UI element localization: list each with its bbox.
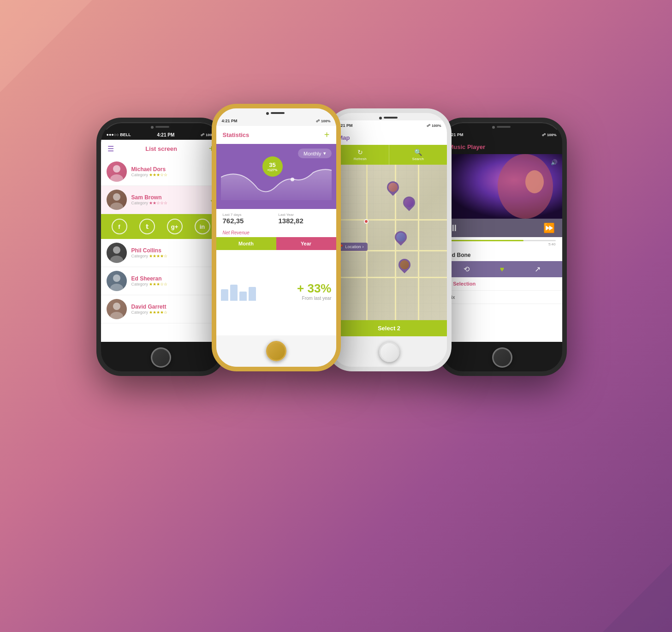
home-button-1[interactable] xyxy=(151,347,171,368)
phone2-home-area xyxy=(216,335,336,367)
tab-year[interactable]: Year xyxy=(276,237,336,250)
speaker-bar3 xyxy=(384,117,398,119)
forward-button[interactable]: ⏩ xyxy=(543,222,555,233)
stats-add-button[interactable]: + xyxy=(324,130,330,140)
road-h1 xyxy=(332,219,447,221)
map-pin-3[interactable] xyxy=(395,230,407,244)
monthly-filter[interactable]: Monthly ▾ xyxy=(298,149,332,158)
search-label: Search xyxy=(412,157,424,161)
map-pin-red[interactable] xyxy=(360,215,372,228)
avatar-sambrown xyxy=(107,190,127,210)
speaker-bar4 xyxy=(497,126,511,128)
speaker-bar xyxy=(155,126,169,128)
phone4-home-area xyxy=(442,342,562,371)
stats-bottom: + 33% From last year xyxy=(216,250,336,335)
pin-avatar-4 xyxy=(400,260,409,269)
list-screen-content: Michael Dors Category ★★★☆☆ › Sam Brown xyxy=(101,158,221,342)
map-toolbar: ↻ Refresh 🔍 Search xyxy=(332,145,447,165)
progress-time: 5:40 xyxy=(449,242,556,246)
repost-button[interactable]: ⟲ xyxy=(464,265,470,274)
home-button-3[interactable] xyxy=(379,342,399,362)
volume-control[interactable]: 🔊 xyxy=(551,158,558,166)
list-item-sambrown[interactable]: Sam Brown Category ★★☆☆☆ ✓ xyxy=(101,186,221,214)
item-name-sambrown: Sam Brown xyxy=(131,194,205,201)
music-progress-area: 5:40 xyxy=(442,237,562,249)
map-pin-2[interactable] xyxy=(403,196,415,209)
camera-dot2 xyxy=(266,112,269,115)
stars-sambrown: ★★☆☆☆ xyxy=(149,201,167,205)
stats-screen-content: Monthly ▾ xyxy=(216,144,336,335)
progress-bar[interactable] xyxy=(449,240,556,241)
phone1-header: ☰ List screen + xyxy=(101,140,221,158)
google-plus-icon[interactable]: g+ xyxy=(167,219,183,234)
track-title: nd Bone xyxy=(449,252,556,258)
share-button[interactable]: ↗ xyxy=(535,265,541,274)
music-info: nd Bone xyxy=(442,249,562,261)
stats-data-row: Last 7 days 762,35 Last Year 1382,82 xyxy=(216,209,336,228)
bluetooth2: ☍ xyxy=(316,119,320,123)
status-right4: ☍ 100% xyxy=(542,133,556,137)
music-artwork: 🔊 xyxy=(442,154,562,219)
twitter-icon[interactable]: 𝕥 xyxy=(139,219,155,234)
phone3-status-bar: 4:21 PM ☍ 100% xyxy=(332,120,447,131)
chart-area: Monthly ▾ xyxy=(216,144,336,209)
svg-point-1 xyxy=(110,174,123,182)
home-button-4[interactable] xyxy=(492,347,512,368)
music-list-item-1[interactable]: b Selection xyxy=(442,277,562,291)
search-btn[interactable]: 🔍 Search xyxy=(389,145,447,165)
svg-point-4 xyxy=(113,246,120,254)
pin-avatar-3 xyxy=(396,233,405,242)
svg-point-12 xyxy=(498,154,553,219)
item-name-edsheeran: Ed Sheeran xyxy=(131,275,209,282)
status-right3: ☍ 100% xyxy=(427,124,441,128)
monthly-label: Monthly xyxy=(303,151,321,156)
list-item-edsheeran[interactable]: Ed Sheeran Category ★★★☆☆ › xyxy=(101,267,221,295)
svg-point-5 xyxy=(110,256,123,263)
bluetooth4: ☍ xyxy=(542,133,546,137)
status-right2: ☍ 100% xyxy=(316,119,330,123)
road-v3 xyxy=(418,165,419,320)
pin-shape-3 xyxy=(392,228,410,245)
music-list-item-2[interactable]: nix xyxy=(442,291,562,304)
map-pin-4[interactable] xyxy=(398,258,410,272)
stars-philcollins: ★★★★☆ xyxy=(149,254,167,258)
from-label: From last year xyxy=(297,296,331,301)
stats-tabs: Month Year xyxy=(216,237,336,250)
svg-point-9 xyxy=(110,312,123,319)
map-pin-1[interactable] xyxy=(387,180,399,194)
linkedin-icon[interactable]: in xyxy=(195,219,210,234)
map-area[interactable]: 📍 Location › xyxy=(332,165,447,320)
avatar-michael xyxy=(107,161,127,182)
location-chevron: › xyxy=(363,244,364,249)
phone-statistics: 4:21 PM ☍ 100% Statistics + Monthly xyxy=(212,104,341,371)
pin-shape-1 xyxy=(384,179,401,196)
track-1-title: b Selection xyxy=(449,281,476,286)
tab-month[interactable]: Month xyxy=(216,237,276,250)
facebook-icon[interactable]: f xyxy=(112,219,127,234)
dropdown-chevron: ▾ xyxy=(323,150,326,156)
phone1-status-bar: ●●●○○ BELL 4:21 PM ☍ 100% xyxy=(101,130,221,140)
map-background: 📍 Location › xyxy=(332,165,447,320)
screen-title: List screen xyxy=(145,145,177,152)
item-cat-sambrown: Category ★★☆☆☆ xyxy=(131,201,205,205)
avatar-philcollins xyxy=(107,243,127,263)
phones-container: ●●●○○ BELL 4:21 PM ☍ 100% ☰ List screen … xyxy=(59,62,613,570)
list-item-philcollins[interactable]: Phil Collins Category ★★★★☆ › xyxy=(101,239,221,267)
item-info-sambrown: Sam Brown Category ★★☆☆☆ xyxy=(131,194,205,205)
heart-button[interactable]: ♥ xyxy=(500,265,505,274)
menu-icon[interactable]: ☰ xyxy=(107,144,114,153)
list-item-michael[interactable]: Michael Dors Category ★★★☆☆ › xyxy=(101,158,221,186)
item-name-philcollins: Phil Collins xyxy=(131,247,209,254)
camera-dot xyxy=(151,126,154,129)
artwork-bg xyxy=(442,154,562,219)
lastyear-label: Last Year xyxy=(279,213,330,217)
phone-map: 4:21 PM ☍ 100% Map ↻ Refresh 🔍 Search xyxy=(327,108,452,371)
percent-change: + 33% xyxy=(297,281,331,296)
lastyear-value: 1382,82 xyxy=(279,217,330,225)
home-button-2[interactable] xyxy=(266,341,286,361)
last7days-label: Last 7 days xyxy=(223,213,274,217)
item-cat-edsheeran: Category ★★★☆☆ xyxy=(131,282,209,286)
select-button[interactable]: Select 2 xyxy=(332,320,447,336)
list-item-davidgarrett[interactable]: David Garrett Category ★★★★☆ › xyxy=(101,295,221,323)
status-time: 4:21 PM xyxy=(157,132,174,137)
